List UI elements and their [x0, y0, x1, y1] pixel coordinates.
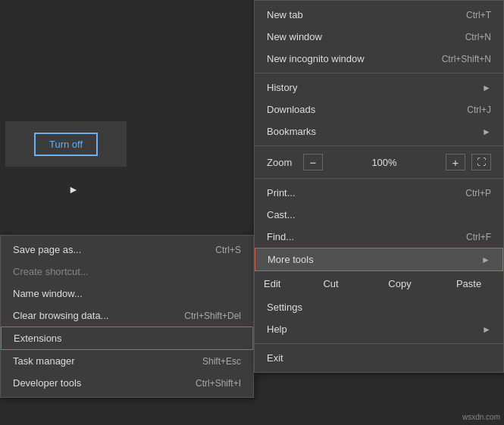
- new-incognito-label: New incognito window: [267, 53, 424, 64]
- settings-item[interactable]: Settings: [255, 296, 503, 318]
- separator-4: [255, 343, 503, 344]
- task-manager-shortcut: Shift+Esc: [202, 356, 241, 367]
- more-tools-item[interactable]: More tools ►: [255, 248, 503, 271]
- zoom-value: 100%: [329, 157, 440, 168]
- new-window-item[interactable]: New window Ctrl+N: [255, 26, 503, 48]
- more-tools-arrow-icon: ►: [481, 255, 490, 265]
- new-incognito-item[interactable]: New incognito window Ctrl+Shift+N: [255, 48, 503, 70]
- new-window-shortcut: Ctrl+N: [465, 32, 491, 42]
- save-page-as-shortcut: Ctrl+S: [215, 245, 241, 255]
- zoom-label: Zoom: [267, 157, 297, 168]
- exit-label: Exit: [267, 352, 491, 364]
- zoom-minus-button[interactable]: −: [303, 154, 323, 170]
- fullscreen-icon: ⛶: [477, 157, 486, 167]
- help-arrow-icon: ►: [482, 324, 491, 335]
- bookmarks-arrow-icon: ►: [482, 127, 491, 137]
- cut-button[interactable]: Cut: [296, 275, 365, 292]
- history-arrow-icon: ►: [482, 83, 491, 93]
- zoom-fullscreen-button[interactable]: ⛶: [471, 154, 491, 170]
- new-tab-label: New tab: [267, 9, 448, 20]
- extensions-label: Extensions: [14, 333, 240, 344]
- extensions-item[interactable]: Extensions: [1, 327, 253, 350]
- clear-browsing-data-label: Clear browsing data...: [13, 310, 166, 321]
- new-window-label: New window: [267, 31, 447, 42]
- print-item[interactable]: Print... Ctrl+P: [255, 182, 503, 204]
- separator-3: [255, 178, 503, 179]
- edit-label: Edit: [255, 278, 296, 289]
- downloads-item[interactable]: Downloads Ctrl+J: [255, 98, 503, 120]
- main-context-menu: New tab Ctrl+T New window Ctrl+N New inc…: [254, 0, 504, 373]
- more-tools-label: More tools: [268, 254, 481, 265]
- turn-off-button[interactable]: Turn off: [34, 133, 98, 156]
- turn-off-section: Turn off: [5, 121, 127, 167]
- find-label: Find...: [267, 231, 448, 242]
- downloads-label: Downloads: [267, 104, 449, 115]
- save-page-as-item[interactable]: Save page as... Ctrl+S: [1, 239, 253, 261]
- find-shortcut: Ctrl+F: [466, 232, 491, 242]
- name-window-label: Name window...: [13, 288, 241, 299]
- create-shortcut-item: Create shortcut...: [1, 261, 253, 283]
- help-label: Help: [267, 323, 482, 335]
- cast-label: Cast...: [267, 209, 491, 220]
- bookmarks-label: Bookmarks: [267, 126, 482, 137]
- clear-browsing-data-shortcut: Ctrl+Shift+Del: [184, 311, 241, 321]
- zoom-row: Zoom − 100% + ⛶: [255, 149, 503, 175]
- zoom-plus-button[interactable]: +: [446, 154, 465, 170]
- paste-button[interactable]: Paste: [434, 275, 503, 292]
- separator-2: [255, 145, 503, 146]
- more-tools-submenu: Save page as... Ctrl+S Create shortcut..…: [0, 235, 254, 398]
- copy-button[interactable]: Copy: [365, 275, 434, 292]
- task-manager-item[interactable]: Task manager Shift+Esc: [1, 350, 253, 372]
- save-page-as-label: Save page as...: [13, 244, 197, 255]
- new-incognito-shortcut: Ctrl+Shift+N: [442, 54, 491, 64]
- bookmarks-item[interactable]: Bookmarks ►: [255, 120, 503, 142]
- developer-tools-shortcut: Ctrl+Shift+I: [196, 378, 241, 389]
- task-manager-label: Task manager: [13, 355, 184, 367]
- arrow-indicator: ►: [68, 183, 79, 195]
- new-tab-item[interactable]: New tab Ctrl+T: [255, 4, 503, 26]
- developer-tools-item[interactable]: Developer tools Ctrl+Shift+I: [1, 372, 253, 394]
- edit-row: Edit Cut Copy Paste: [255, 271, 503, 296]
- history-label: History: [267, 82, 482, 93]
- clear-browsing-data-item[interactable]: Clear browsing data... Ctrl+Shift+Del: [1, 305, 253, 327]
- exit-item[interactable]: Exit: [255, 347, 503, 369]
- watermark: wsxdn.com: [462, 413, 500, 421]
- cast-item[interactable]: Cast...: [255, 204, 503, 226]
- separator-1: [255, 73, 503, 73]
- history-item[interactable]: History ►: [255, 77, 503, 98]
- print-label: Print...: [267, 187, 447, 198]
- find-item[interactable]: Find... Ctrl+F: [255, 226, 503, 248]
- create-shortcut-label: Create shortcut...: [13, 266, 223, 277]
- help-item[interactable]: Help ►: [255, 318, 503, 340]
- developer-tools-label: Developer tools: [13, 377, 177, 389]
- name-window-item[interactable]: Name window...: [1, 283, 253, 305]
- settings-label: Settings: [267, 302, 491, 313]
- downloads-shortcut: Ctrl+J: [467, 105, 491, 115]
- new-tab-shortcut: Ctrl+T: [466, 10, 491, 20]
- print-shortcut: Ctrl+P: [465, 188, 491, 198]
